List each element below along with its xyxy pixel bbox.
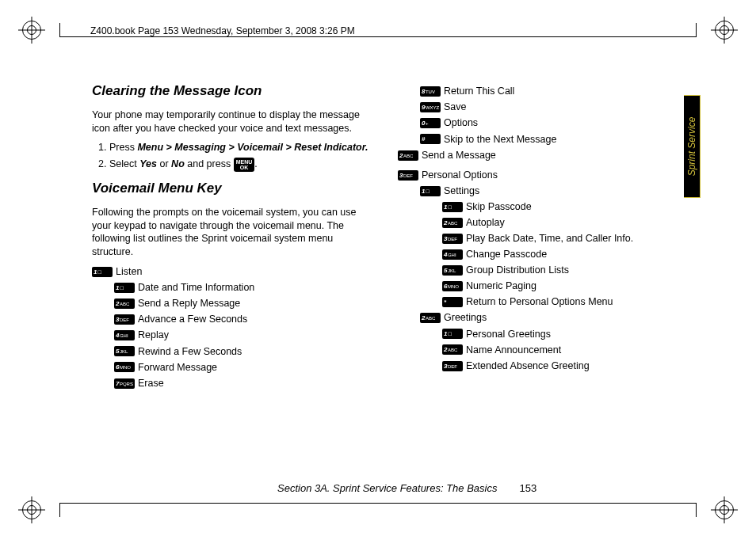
key-3-icon: 3DEF [114, 314, 135, 325]
tick-mark [696, 503, 697, 517]
top-rule [59, 36, 697, 37]
running-header: Z400.book Page 153 Wednesday, September … [90, 25, 355, 36]
key-1-icon: 1☐ [442, 202, 463, 212]
heading-voicemail-menu: Voicemail Menu Key [92, 180, 371, 198]
menu-tree-listen: 1☐Listen 1☐Date and Time Information 2AB… [92, 265, 371, 390]
tick-mark [59, 23, 60, 37]
tick-mark [696, 23, 697, 37]
page-number: 153 [519, 482, 536, 494]
key-5-icon: 5JKL [442, 265, 463, 276]
key-9-icon: 9WXYZ [420, 102, 441, 112]
step-2: Select Yes or No and press MENUOK. [109, 158, 371, 172]
crop-mark-icon [22, 500, 41, 519]
key-7-icon: 7PQRS [114, 378, 135, 389]
key-hash-icon: # [420, 134, 441, 144]
key-3-icon: 3DEF [398, 170, 418, 181]
key-star-icon: * [442, 297, 463, 307]
crop-mark-icon [715, 21, 734, 40]
right-column: 8TUVReturn This Call 9WXYZSave 0+Options… [398, 82, 677, 466]
key-1-icon: 1☐ [114, 283, 135, 293]
key-1-icon: 1☐ [420, 186, 441, 196]
paragraph: Following the prompts on the voicemail s… [92, 206, 371, 259]
crop-mark-icon [715, 500, 734, 519]
key-2-icon: 2ABC [398, 150, 418, 161]
key-0-icon: 0+ [420, 118, 441, 128]
steps-list: Press Menu > Messaging > Voicemail > Res… [92, 141, 371, 172]
key-2-icon: 2ABC [114, 299, 135, 309]
key-2-icon: 2ABC [442, 218, 463, 228]
crop-mark-icon [22, 21, 41, 40]
key-1-icon: 1☐ [92, 267, 113, 277]
menu-tree-right: 8TUVReturn This Call 9WXYZSave 0+Options… [398, 85, 677, 372]
page: Z400.book Page 153 Wednesday, September … [0, 0, 756, 540]
key-4-icon: 4GHI [442, 249, 463, 260]
menu-ok-key-icon: MENUOK [234, 158, 255, 172]
key-2-icon: 2ABC [442, 344, 463, 355]
key-4-icon: 4GHI [114, 330, 135, 340]
paragraph: Your phone may temporarily continue to d… [92, 108, 371, 135]
key-5-icon: 5JKL [114, 346, 135, 356]
left-column: Clearing the Message Icon Your phone may… [92, 82, 371, 466]
key-3-icon: 3DEF [442, 234, 463, 244]
step-1: Press Menu > Messaging > Voicemail > Res… [109, 141, 371, 154]
heading-clearing: Clearing the Message Icon [92, 82, 371, 101]
content-area: Clearing the Message Icon Your phone may… [92, 82, 677, 466]
key-8-icon: 8TUV [420, 86, 441, 97]
bottom-rule [59, 503, 697, 504]
key-6-icon: 6MNO [442, 281, 463, 291]
key-6-icon: 6MNO [114, 362, 135, 372]
tick-mark [59, 503, 60, 517]
key-3-icon: 3DEF [442, 361, 463, 371]
side-tab: Sprint Service [684, 95, 701, 198]
side-tab-label: Sprint Service [686, 117, 697, 177]
footer-section: Section 3A. Sprint Service Features: The… [277, 482, 497, 494]
key-1-icon: 1☐ [442, 329, 463, 339]
page-footer: Section 3A. Sprint Service Features: The… [277, 482, 536, 494]
key-2-icon: 2ABC [420, 313, 441, 323]
